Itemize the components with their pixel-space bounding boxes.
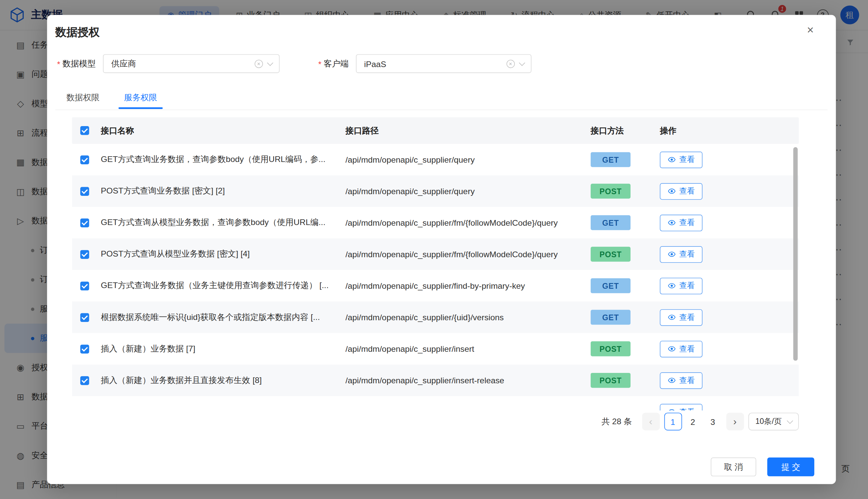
row-checkbox[interactable] — [80, 187, 89, 195]
view-button[interactable]: 查看 — [660, 372, 702, 388]
eye-icon — [668, 313, 676, 321]
method-badge: POST — [591, 341, 631, 356]
chevron-down-icon — [787, 417, 793, 424]
row-path: /api/mdm/openapi/c_supplier/query — [345, 155, 591, 164]
column-header-action: 操作 — [660, 125, 798, 136]
model-field-label: * 数据模型 — [57, 58, 96, 69]
model-select[interactable]: 供应商 — [103, 54, 280, 73]
view-button[interactable]: 查看 — [660, 403, 702, 411]
eye-icon — [668, 250, 676, 258]
eye-icon — [668, 156, 676, 164]
close-icon[interactable]: × — [807, 24, 814, 36]
method-badge: GET — [591, 215, 631, 230]
page-number[interactable]: 2 — [684, 413, 702, 430]
row-checkbox[interactable] — [80, 155, 89, 164]
row-checkbox[interactable] — [80, 313, 89, 321]
model-select-value: 供应商 — [111, 58, 136, 69]
column-header-name: 接口名称 — [101, 125, 345, 136]
view-button-label: 查看 — [679, 249, 695, 259]
row-path: /api/mdm/openapi/c_supplier/fm/{followMo… — [345, 218, 591, 227]
table-row: GET方式查询业务数据（业务主键使用查询参数进行传递） [... /api/md… — [72, 270, 799, 302]
client-select[interactable]: iPaaS — [356, 54, 531, 73]
method-badge: POST — [591, 247, 631, 262]
view-button[interactable]: 查看 — [660, 183, 702, 199]
view-button[interactable]: 查看 — [660, 246, 702, 262]
table-row: POST方式查询业务数据 [密文] [2] /api/mdm/openapi/c… — [72, 175, 799, 207]
row-checkbox[interactable] — [80, 344, 89, 353]
eye-icon — [668, 187, 676, 195]
method-badge: GET — [591, 310, 631, 325]
view-button-label: 查看 — [679, 186, 695, 196]
table-row: GET方式查询从模型业务数据，查询参数body（使用URL编... /api/m… — [72, 207, 799, 239]
view-button[interactable]: 查看 — [660, 309, 702, 325]
view-button[interactable]: 查看 — [660, 214, 702, 231]
chevron-down-icon — [519, 60, 525, 66]
row-checkbox[interactable] — [80, 281, 89, 290]
eye-icon — [668, 219, 676, 227]
view-button-label: 查看 — [679, 218, 695, 228]
tab[interactable]: 数据权限 — [61, 92, 105, 108]
view-button[interactable]: 查看 — [660, 151, 702, 168]
view-button-label: 查看 — [679, 344, 695, 354]
row-name: POST方式查询从模型业务数据 [密文] [4] — [101, 249, 345, 259]
page-list: 123 — [664, 413, 722, 430]
view-button-label: 查看 — [679, 281, 695, 291]
tab[interactable]: 服务权限 — [118, 92, 163, 108]
row-name: GET方式查询业务数据，查询参数body（使用URL编码，参... — [101, 154, 345, 165]
scrollbar-thumb[interactable] — [793, 147, 797, 361]
page-number[interactable]: 1 — [664, 413, 682, 430]
row-name: 插入（新建）业务数据 [7] — [101, 343, 345, 354]
table-rows-mount: GET方式查询业务数据，查询参数body（使用URL编码，参... /api/m… — [72, 144, 799, 396]
row-path: /api/mdm/openapi/c_supplier/fm/{followMo… — [345, 250, 591, 259]
service-table: 接口名称 接口路径 接口方法 操作 GET方式查询业务数据，查询参数body（使… — [72, 117, 799, 411]
row-name: 插入（新建）业务数据并且直接发布生效 [8] — [101, 375, 345, 385]
view-button-label: 查看 — [679, 155, 695, 165]
total-count: 共 28 条 — [601, 416, 632, 427]
data-authorization-modal: 数据授权 × * 数据模型 供应商 * 客户端 iPaaS — [47, 15, 836, 484]
column-header-path: 接口路径 — [345, 125, 591, 136]
required-mark: * — [57, 59, 60, 69]
cancel-button[interactable]: 取 消 — [711, 458, 756, 476]
pagination: 共 28 条 ‹ 123 › 10条/页 — [72, 413, 799, 430]
client-select-value: iPaaS — [364, 59, 387, 69]
page-number[interactable]: 3 — [704, 413, 722, 430]
clear-icon[interactable] — [506, 59, 515, 68]
view-button[interactable]: 查看 — [660, 277, 702, 294]
table-row: 根据数据系统唯一标识{uid}获取各个或指定版本数据内容 [... /api/m… — [72, 302, 799, 333]
view-button-label: 查看 — [679, 375, 695, 385]
method-badge: GET — [591, 152, 631, 167]
column-header-method: 接口方法 — [591, 125, 660, 136]
row-path: /api/mdm/openapi/c_supplier/find-by-prim… — [345, 281, 591, 290]
modal-form: * 数据模型 供应商 * 客户端 iPaaS — [57, 54, 531, 73]
submit-button[interactable]: 提 交 — [767, 458, 814, 476]
row-checkbox[interactable] — [80, 218, 89, 227]
row-path: /api/mdm/openapi/c_supplier/{uid}/versio… — [345, 313, 591, 322]
row-path: /api/mdm/openapi/c_supplier/insert-relea… — [345, 376, 591, 385]
row-path: /api/mdm/openapi/c_supplier/insert — [345, 344, 591, 353]
row-checkbox[interactable] — [80, 250, 89, 258]
client-field-label: * 客户端 — [318, 58, 349, 69]
table-row: GET方式查询业务数据，查询参数body（使用URL编码，参... /api/m… — [72, 144, 799, 175]
view-button[interactable]: 查看 — [660, 340, 702, 357]
view-button-label: 查看 — [679, 407, 695, 411]
chevron-right-icon: › — [733, 416, 736, 427]
select-all-checkbox[interactable] — [80, 126, 89, 135]
clear-icon[interactable] — [255, 59, 263, 68]
table-header: 接口名称 接口路径 接口方法 操作 — [72, 117, 799, 144]
view-button-label: 查看 — [679, 312, 695, 322]
eye-icon — [668, 408, 676, 411]
eye-icon — [668, 282, 676, 290]
table-row: 插入（新建）业务数据 [7] /api/mdm/openapi/c_suppli… — [72, 333, 799, 365]
table-row-partial: 查看 — [72, 396, 799, 411]
modal-title: 数据授权 — [55, 25, 100, 39]
next-page-button[interactable]: › — [726, 413, 744, 430]
page-size-select[interactable]: 10条/页 — [748, 413, 799, 430]
row-checkbox[interactable] — [80, 376, 89, 385]
eye-icon — [668, 345, 676, 353]
method-badge: POST — [591, 373, 631, 388]
required-mark: * — [318, 59, 322, 69]
prev-page-button[interactable]: ‹ — [642, 413, 660, 430]
row-path: /api/mdm/openapi/c_supplier/query — [345, 186, 591, 196]
modal-footer: 取 消 提 交 — [711, 458, 814, 476]
service-table-body: GET方式查询业务数据，查询参数body（使用URL编码，参... /api/m… — [72, 144, 799, 411]
